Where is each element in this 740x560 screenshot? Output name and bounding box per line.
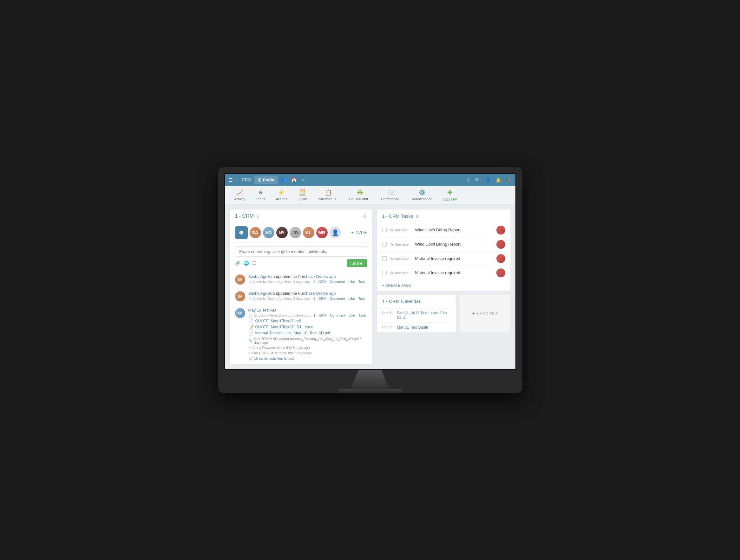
activity-meta-2: ↗ Action by Sasha Aguilera, 3 days ago ·… <box>248 297 367 301</box>
tab-activity[interactable]: 📈 Activity <box>230 186 250 204</box>
activity-title-1: Sasha Aguilera updated the Purchase Orde… <box>248 274 367 279</box>
activity-item-3: AD May 10 Test AD 📄 Quote by Alena Dawso… <box>230 305 372 364</box>
meta-link-crm-2[interactable]: 1 - CRM <box>313 297 327 301</box>
right-panel: 1 - CRM Tasks 8 No due date Wind Uplift … <box>377 210 511 364</box>
task-checkbox-2[interactable] <box>382 242 387 246</box>
task-checkbox-4[interactable] <box>382 271 387 275</box>
meta-link-crm-1[interactable]: 1 - CRM <box>313 280 327 284</box>
tab-correspond[interactable]: ✉️ Correspond... <box>376 186 407 204</box>
tab-quote-label: Quote <box>297 197 307 201</box>
podio-logo[interactable]: ⊕ Podio <box>254 176 278 184</box>
task-name-1: Wind Uplift Billing Report <box>415 228 493 232</box>
show-earlier-activities[interactable]: 16 earlier activities (show) <box>254 356 294 360</box>
avatar-6: MR <box>316 227 328 238</box>
task-item-1: No due date Wind Uplift Billing Report <box>377 223 511 237</box>
avatar-5: KL <box>303 227 314 238</box>
purchase-icon: 📋 <box>325 189 332 196</box>
task-date-3: No due date <box>390 257 412 260</box>
activity-icon-1: ↗ <box>248 280 251 284</box>
meta-link-comment-3[interactable]: Comment <box>330 314 346 317</box>
task-avatar-4 <box>496 268 505 277</box>
task-name-3: Material Invoice required <box>415 256 493 261</box>
hamburger-icon[interactable]: ☰ <box>229 178 233 183</box>
avatar-placeholder: 👤 <box>330 227 341 238</box>
file-attachment-2[interactable]: 📝 QUOTE_May10TestAD_R1_.docx <box>248 325 367 330</box>
search-icon[interactable]: 🔍 <box>475 178 480 183</box>
file-attachment-1[interactable]: 📄 QUOTE_May10TestAD.pdf <box>248 319 367 324</box>
monitor-stand <box>351 370 389 389</box>
create-task-button[interactable]: + CREATE TASK <box>377 280 511 291</box>
tab-actions[interactable]: ⚡ Actions <box>271 186 291 204</box>
calendar-event-1[interactable]: Feb 21, 2017 Test Lead - Feb 21, 2... <box>397 311 451 320</box>
share-input[interactable] <box>235 246 367 257</box>
podio-org-avatar: ⊕ <box>235 226 248 239</box>
activity-app-link-1[interactable]: Purchase Orders app <box>298 274 336 279</box>
activity-body-3: May 10 Test AD 📄 Quote by Alena Dawson, … <box>248 308 367 361</box>
list-icon[interactable]: ☰ <box>252 260 256 265</box>
task-avatar-3 <box>496 254 505 263</box>
activity-app-link-3[interactable]: May 10 Test AD <box>248 308 276 313</box>
globe-icon[interactable]: 🌐 <box>244 260 249 265</box>
panel-title: 1 - CRM <box>235 213 254 219</box>
activity-log-1: 📎 DVI PODIO API added Internal_Packing_L… <box>248 337 367 344</box>
meta-link-crm-3[interactable]: 1 - CRM <box>314 314 327 317</box>
task-avatar-2 <box>496 240 505 249</box>
tab-maintenance-label: Maintenance <box>412 197 432 201</box>
share-button[interactable]: Share <box>347 259 367 267</box>
meta-link-task-3[interactable]: Task <box>359 314 366 317</box>
meta-link-task-2[interactable]: Task <box>358 297 366 301</box>
add-tile-panel[interactable]: ✚ + ADD TILE <box>460 295 511 332</box>
task-item-3: No due date Material Invoice required <box>377 252 511 266</box>
top-navigation: ☰ 1 - CRM ⊕ Podio 👥 📅 ✓ ? 🔍 👤 🔔 🚀 <box>225 174 516 186</box>
tab-actions-label: Actions <box>276 197 287 201</box>
task-date-2: No due date <box>390 242 412 246</box>
tab-unused-label: Unused Mat... <box>349 197 371 201</box>
activity-feed: SA Sasha Aguilera updated the Purchase O… <box>230 271 372 364</box>
activity-icon: 📈 <box>236 189 243 196</box>
invite-button[interactable]: + INVITE <box>351 230 367 235</box>
calendar-item-1: Dec 31 Feb 21, 2017 Test Lead - Feb 21, … <box>377 308 456 323</box>
activity-title-3: May 10 Test AD <box>248 308 367 313</box>
task-checkbox-3[interactable] <box>382 256 387 261</box>
task-item-4: No due date Material Invoice required <box>377 266 511 280</box>
tab-maintenance[interactable]: ⚙️ Maintenance <box>408 186 437 204</box>
activity-user-link-1[interactable]: Sasha Aguilera <box>248 274 275 279</box>
checkmark-icon[interactable]: ✓ <box>302 178 305 183</box>
attach-icon[interactable]: 🔗 <box>235 260 241 265</box>
bell-icon[interactable]: 🔔 <box>496 178 501 183</box>
actions-icon: ⚡ <box>278 189 285 196</box>
tab-quote[interactable]: 🧮 Quote <box>293 186 312 204</box>
tab-purchase-orders[interactable]: 📋 Purchase O... <box>313 186 343 204</box>
meta-link-comment-1[interactable]: Comment <box>330 280 345 284</box>
meta-link-comment-2[interactable]: Comment <box>330 297 345 301</box>
activity-count-icon: 📈 <box>248 356 253 361</box>
task-item-2: No due date Wind Uplift Billing Report <box>377 237 511 252</box>
gear-icon[interactable]: ⚙ <box>363 214 367 219</box>
task-checkbox-1[interactable] <box>382 228 387 232</box>
people-icon[interactable]: 👥 <box>281 178 286 183</box>
meta-link-task-1[interactable]: Task <box>358 280 366 284</box>
tab-leads-label: Leads <box>256 197 265 201</box>
meta-link-like-2[interactable]: Like <box>349 297 355 301</box>
calendar-item-2: Dec 31 Mar 31 Test Quote <box>377 323 456 332</box>
activity-user-link-2[interactable]: Sasha Aguilera <box>248 291 275 296</box>
tab-add-app[interactable]: ✚ ADD APP <box>438 186 462 204</box>
activity-item-2: SA Sasha Aguilera updated the Purchase O… <box>230 288 372 305</box>
meta-link-like-3[interactable]: Like <box>349 314 355 317</box>
avatar-4: JD <box>290 227 301 238</box>
activity-avatar-1: SA <box>235 274 245 285</box>
tab-add-label: ADD APP <box>443 198 458 201</box>
activity-app-link-2[interactable]: Purchase Orders app <box>298 291 336 296</box>
file-attachment-3[interactable]: 📄 Internal_Packing_List_May_10_Test_AD.p… <box>248 331 367 336</box>
meta-link-like-1[interactable]: Like <box>349 280 355 284</box>
calendar-event-2[interactable]: Mar 31 Test Quote <box>397 325 429 330</box>
rocket-icon[interactable]: 🚀 <box>506 178 512 183</box>
calendar-nav-icon[interactable]: 📅 <box>291 178 297 183</box>
task-date-4: No due date <box>390 271 412 275</box>
user-icon[interactable]: 👤 <box>485 178 491 183</box>
tab-unused-mat[interactable]: ✳️ Unused Mat... <box>345 186 375 204</box>
calendar-date-2: Dec 31 <box>382 325 393 329</box>
tab-leads[interactable]: ⊕ Leads <box>251 186 270 204</box>
left-panel: 1 - CRM 8 ⚙ ⊕ SA AD <box>230 210 372 364</box>
question-icon[interactable]: ? <box>467 178 470 183</box>
